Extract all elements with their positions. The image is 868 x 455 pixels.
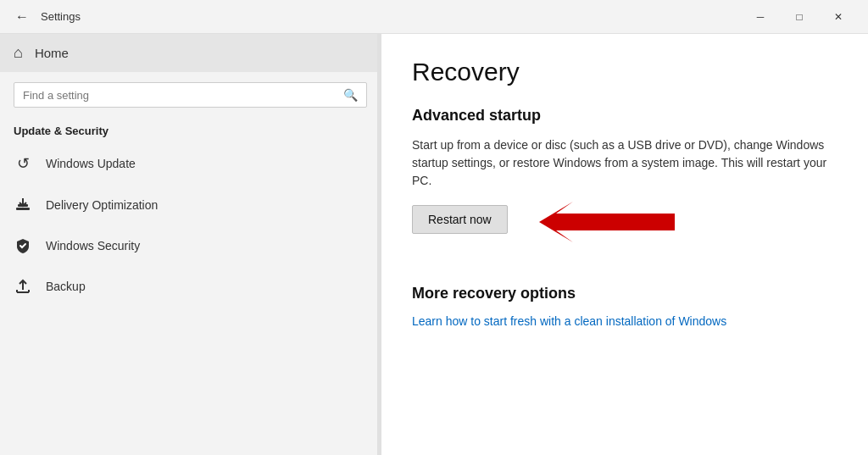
svg-rect-0	[16, 208, 30, 210]
sidebar-item-home[interactable]: ⌂ Home	[0, 34, 381, 72]
more-recovery-title: More recovery options	[412, 285, 837, 302]
delivery-optimization-icon	[14, 197, 32, 214]
sidebar-item-delivery-optimization-label: Delivery Optimization	[46, 198, 158, 212]
sidebar-item-windows-update-label: Windows Update	[46, 157, 136, 170]
sidebar-item-windows-security-label: Windows Security	[46, 239, 140, 252]
maximize-button[interactable]: □	[780, 0, 819, 34]
windows-update-icon: ↺	[14, 154, 32, 173]
page-title: Recovery	[412, 58, 837, 86]
search-input[interactable]	[23, 89, 343, 102]
search-box: 🔍	[14, 82, 367, 108]
sidebar-section-title: Update & Security	[0, 118, 381, 142]
titlebar: ← Settings ─ □ ✕	[0, 0, 868, 34]
back-button[interactable]: ←	[10, 5, 34, 29]
close-button[interactable]: ✕	[819, 0, 858, 34]
titlebar-title: Settings	[34, 10, 741, 23]
clean-install-link[interactable]: Learn how to start fresh with a clean in…	[412, 314, 726, 328]
home-icon: ⌂	[14, 44, 23, 62]
sidebar-item-backup[interactable]: Backup	[0, 266, 381, 307]
sidebar-item-windows-update[interactable]: ↺ Windows Update	[0, 142, 381, 185]
arrow-annotation	[488, 198, 675, 249]
restart-section: Restart now	[412, 205, 837, 259]
content-area: Recovery Advanced startup Start up from …	[381, 34, 868, 455]
advanced-startup-description: Start up from a device or disc (such as …	[412, 136, 837, 190]
sidebar-scrollbar	[377, 34, 381, 455]
svg-marker-6	[539, 202, 675, 242]
backup-icon	[14, 278, 32, 295]
minimize-button[interactable]: ─	[741, 0, 780, 34]
sidebar-item-delivery-optimization[interactable]: Delivery Optimization	[0, 185, 381, 225]
search-icon: 🔍	[343, 88, 358, 102]
advanced-startup-title: Advanced startup	[412, 107, 837, 125]
window-controls: ─ □ ✕	[741, 0, 858, 34]
sidebar-item-backup-label: Backup	[46, 280, 86, 293]
sidebar-home-label: Home	[35, 46, 69, 60]
sidebar: ⌂ Home 🔍 Update & Security ↺ Windows Upd…	[0, 34, 381, 455]
windows-security-icon	[14, 237, 32, 254]
main-layout: ⌂ Home 🔍 Update & Security ↺ Windows Upd…	[0, 34, 868, 455]
sidebar-item-windows-security[interactable]: Windows Security	[0, 225, 381, 266]
sidebar-nav: ↺ Windows Update Delivery Optimization	[0, 142, 381, 307]
